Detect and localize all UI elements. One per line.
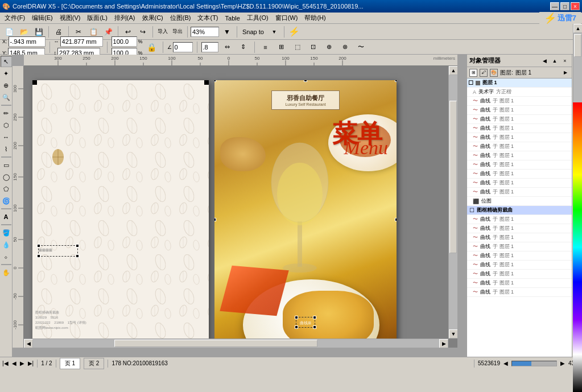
tree-curve-19[interactable]: 〜 曲线 于 图层 1 xyxy=(467,279,572,288)
canvas[interactable]: ⊞⊞⊞⊞ 图框精确剪裁曲 316029 5516 22021222 21869 … xyxy=(24,66,457,348)
tree-curve-17[interactable]: 〜 曲线 于 图层 1 xyxy=(467,261,572,270)
panel-arrow-btn[interactable]: ◀ xyxy=(540,56,549,65)
rectangle-tool[interactable]: ▭ xyxy=(1,159,12,171)
obj-tree[interactable]: ☐ 图层 1 A 美术字 方正楷 〜 曲线 于 图层 1 〜 曲线 于 图层 1 xyxy=(467,79,572,357)
zoom-dropdown[interactable]: ▼ xyxy=(220,26,234,38)
tree-curve-20[interactable]: 〜 曲线 于 图层 1 xyxy=(467,288,572,297)
status-zoom-down[interactable]: ◀ xyxy=(503,360,508,366)
tree-curve-3[interactable]: 〜 曲线 于 图层 1 xyxy=(467,115,572,124)
options-button[interactable]: ⚡ xyxy=(287,26,301,38)
tree-curve-15[interactable]: 〜 曲线 于 图层 1 xyxy=(467,242,572,251)
group-button[interactable]: ⬚ xyxy=(291,41,304,53)
tree-curve-13[interactable]: 〜 曲线 于 图层 1 xyxy=(467,224,572,233)
import-button[interactable]: 导入 xyxy=(156,26,170,38)
smart-draw-tool[interactable]: ⬡ xyxy=(1,119,12,131)
mirror-x-input[interactable] xyxy=(201,42,218,52)
menu-view[interactable]: 视图(V) xyxy=(56,13,84,23)
hand-tool[interactable]: ✋ xyxy=(1,267,12,278)
panel-scroll-thumb[interactable] xyxy=(574,34,581,57)
panel-close-btn[interactable]: × xyxy=(560,56,569,65)
tree-clip-item[interactable]: ☐ 图框精确剪裁曲 xyxy=(467,206,572,215)
mirror-v-button[interactable]: ⇕ xyxy=(237,41,250,53)
scale-x-input[interactable] xyxy=(112,36,137,47)
page1-tab[interactable]: 页 1 xyxy=(60,358,80,369)
polygon-tool[interactable]: ⬠ xyxy=(1,183,12,195)
tree-curve-16[interactable]: 〜 曲线 于 图层 1 xyxy=(467,251,572,261)
scroll-right-button[interactable]: ▶ xyxy=(439,339,448,348)
snap-dropdown[interactable]: ▼ xyxy=(267,26,281,38)
menu-edit[interactable]: 编辑(E) xyxy=(28,13,56,23)
scroll-down-button[interactable]: ▼ xyxy=(449,329,457,339)
text-tool[interactable]: A xyxy=(1,211,12,222)
mirror-h-button[interactable]: ⇔ xyxy=(221,41,234,53)
maximize-button[interactable]: □ xyxy=(560,2,569,10)
tree-bitmap-item[interactable]: ⬛ 位图 xyxy=(467,197,572,206)
menu-text[interactable]: 文本(T) xyxy=(194,13,221,23)
eyedropper-tool[interactable]: 💧 xyxy=(1,239,12,250)
minimize-button[interactable]: — xyxy=(550,2,559,10)
menu-file[interactable]: 文件(F) xyxy=(1,13,28,23)
spiral-tool[interactable]: 🌀 xyxy=(1,195,12,207)
tree-curve-4[interactable]: 〜 曲线 于 图层 1 xyxy=(467,124,572,133)
scroll-left-button[interactable]: ◀ xyxy=(24,339,33,348)
tree-curve-10[interactable]: 〜 曲线 于 图层 1 xyxy=(467,179,572,188)
dimension-tool[interactable]: ↔ xyxy=(1,131,12,143)
ungroup-button[interactable]: ⊡ xyxy=(307,41,320,53)
shape-tool[interactable]: ✦ xyxy=(1,68,12,79)
page-back-btn[interactable]: ◀ xyxy=(12,360,16,366)
menu-arrange[interactable]: 排列(A) xyxy=(111,13,139,23)
tree-curve-6[interactable]: 〜 曲线 于 图层 1 xyxy=(467,142,572,151)
width-input[interactable] xyxy=(60,36,103,47)
vertical-scrollbar[interactable]: ▲ ▼ xyxy=(448,66,457,339)
status-zoom-up[interactable]: ▶ xyxy=(560,360,565,366)
tree-curve-12[interactable]: 〜 曲线 于 图层 1 xyxy=(467,215,572,224)
tree-curve-11[interactable]: 〜 曲线 于 图层 1 xyxy=(467,188,572,197)
tree-curve-8[interactable]: 〜 曲线 于 图层 1 xyxy=(467,160,572,170)
lock-ratio-button[interactable]: 🔒 xyxy=(145,41,159,53)
tree-curve-1[interactable]: 〜 曲线 于 图层 1 xyxy=(467,97,572,106)
tree-text-item[interactable]: A 美术字 方正楷 xyxy=(467,88,572,97)
align-button[interactable]: ≡ xyxy=(259,41,273,53)
freehand-tool[interactable]: ✏ xyxy=(1,108,12,119)
zoom-input[interactable] xyxy=(191,27,219,37)
tree-curve-7[interactable]: 〜 曲线 于 图层 1 xyxy=(467,151,572,160)
tree-layer-item[interactable]: ☐ 图层 1 xyxy=(467,79,572,88)
scroll-up-button[interactable]: ▲ xyxy=(449,66,457,75)
panel-expand-btn[interactable]: ▲ xyxy=(550,56,559,65)
crop-tool[interactable]: ⊕ xyxy=(1,80,12,91)
menu-help[interactable]: 帮助(H) xyxy=(301,13,329,23)
menu-tools[interactable]: 工具(O) xyxy=(243,13,272,23)
tree-curve-9[interactable]: 〜 曲线 于 图层 1 xyxy=(467,170,572,179)
x-input[interactable] xyxy=(9,36,46,47)
panel-scroll-up[interactable]: ▲ xyxy=(573,24,582,33)
export-button[interactable]: 导出 xyxy=(171,26,184,38)
vscroll-thumb[interactable] xyxy=(449,101,457,253)
select-tool[interactable]: ↖ xyxy=(1,56,12,67)
menu-effects[interactable]: 效果(C) xyxy=(139,13,167,23)
menu-bitmap[interactable]: 位图(B) xyxy=(167,13,195,23)
to-curve-button[interactable]: 〜 xyxy=(354,41,368,53)
tree-curve-2[interactable]: 〜 曲线 于 图层 1 xyxy=(467,106,572,115)
horizontal-scrollbar[interactable]: ◀ ▶ xyxy=(24,339,448,348)
combine-button[interactable]: ⊕ xyxy=(323,41,336,53)
connector-tool[interactable]: ⌇ xyxy=(1,143,12,155)
tree-curve-14[interactable]: 〜 曲线 于 图层 1 xyxy=(467,233,572,242)
fill-tool[interactable]: 🪣 xyxy=(1,227,12,238)
ellipse-tool[interactable]: ◯ xyxy=(1,171,12,183)
page-fwd-btn[interactable]: ▶ xyxy=(20,360,24,366)
page2-tab[interactable]: 页 2 xyxy=(84,358,104,369)
menu-layout[interactable]: 版面(L) xyxy=(84,13,110,23)
break-button[interactable]: ⊗ xyxy=(339,41,352,53)
tree-curve-5[interactable]: 〜 曲线 于 图层 1 xyxy=(467,133,572,142)
interactive-tool[interactable]: ⬦ xyxy=(1,251,12,262)
hscroll-thumb[interactable] xyxy=(114,340,317,347)
angle-input[interactable] xyxy=(173,42,193,52)
page-end-btn[interactable]: ▶| xyxy=(28,360,34,366)
menu-window[interactable]: 窗口(W) xyxy=(272,13,302,23)
distribute-button[interactable]: ⊞ xyxy=(275,41,288,53)
menu-table[interactable]: Table xyxy=(222,14,243,23)
page-prev-btn[interactable]: |◀ xyxy=(2,360,9,366)
layer-options-btn[interactable]: ▶ xyxy=(562,69,569,77)
zoom-tool[interactable]: 🔍 xyxy=(1,92,12,103)
tree-curve-18[interactable]: 〜 曲线 于 图层 1 xyxy=(467,270,572,279)
